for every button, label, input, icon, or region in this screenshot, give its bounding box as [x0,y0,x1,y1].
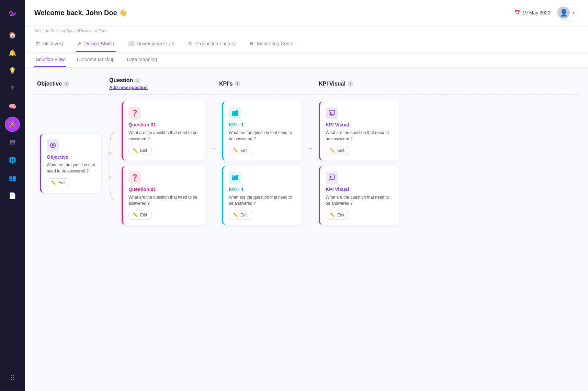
kpi-visual-icon-1 [326,107,338,119]
svg-rect-14 [234,176,236,180]
edit-icon-kpi2: ✏️ [233,213,238,217]
objective-column: Objective What are the question that nee… [34,134,106,198]
question-1-edit-button[interactable]: ✏️ Edit [128,146,152,155]
svg-point-4 [52,144,54,146]
edit-icon-kpiv2: ✏️ [330,213,335,217]
question-card-1: ❓ Question 01 What are the question that… [122,101,205,160]
subtab-data-mapping[interactable]: Data Mapping [126,53,158,67]
kpi-visual-column: KPI Visual What are the question that ne… [316,101,402,231]
sidebar-item-brain[interactable]: 🧠 [5,99,20,114]
objective-info-icon: i [64,81,69,87]
question-2-edit-button[interactable]: ✏️ Edit [128,211,152,220]
objective-card: Objective What are the question that nee… [40,134,101,193]
sidebar-item-globe[interactable]: 🌐 [5,153,20,168]
user-menu[interactable]: 👤 ▾ [556,5,578,21]
sidebar-item-table[interactable]: ▦ [5,135,20,150]
tab-discovery[interactable]: ⊞ Discovery [34,36,65,52]
subtab-solution-flow[interactable]: Solution Flow [34,53,66,67]
tab-monitoring-center[interactable]: 🖥 Monitoring Center [248,36,296,52]
kpi-2-edit-button[interactable]: ✏️ Edit [229,211,252,220]
kpi-visual-card-1: KPI Visual What are the question that ne… [319,101,399,160]
edit-icon-q1: ✏️ [133,148,138,153]
col-header-kpis: KPI's i [219,81,312,87]
sidebar-item-help[interactable]: ? [5,81,20,96]
svg-point-12 [232,111,234,112]
kpi-visual-icon-2 [326,171,338,184]
question-card-2: ❓ Question 01 What are the question that… [122,166,205,225]
svg-rect-17 [329,110,335,114]
design-studio-icon: ↗ [77,41,81,46]
kpi-card-2-title: KPI - 1 [229,187,297,192]
question-card-1-text: What are the question that need to be an… [128,130,200,142]
kpi-icon-2 [229,171,241,184]
kpi-visual-card-1-title: KPI Visual [326,122,394,127]
question-info-icon: i [135,78,140,83]
kpi-visual-1-edit-button[interactable]: ✏️ Edit [326,146,349,155]
section-divider [34,94,578,94]
flow-layout: Objective What are the question that nee… [34,101,578,231]
production-icon: ⚙ [188,41,192,46]
kpi-card-1: KPI - 1 What are the question that need … [222,101,302,160]
tab-production-factory[interactable]: ⚙ Production Factory [186,36,237,52]
svg-rect-9 [232,112,234,116]
page-title: Welcome back, John Doe 👋 [34,9,127,17]
add-question-link[interactable]: Add new question [109,85,212,90]
monitoring-icon: 🖥 [249,41,254,46]
question-card-1-title: Question 01 [128,122,200,127]
dev-lab-icon: ⬜ [128,41,134,46]
sidebar-item-rocket[interactable]: 🚀 [5,117,20,132]
svg-rect-26 [332,176,333,178]
svg-rect-2 [12,14,14,16]
question-icon-1: ❓ [128,107,141,119]
logo[interactable] [5,5,20,21]
kpi-icon-1 [229,107,241,119]
subtabs: Solution Flow Outcome Mockup Data Mappin… [25,53,588,68]
bracket-connector [106,128,119,204]
col-header-question-wrapper: Question i Add new question [109,77,212,90]
svg-rect-20 [330,112,331,114]
sidebar-item-home[interactable]: 🏠 [5,27,20,43]
svg-marker-8 [109,175,111,177]
date-text: 19 May 2022 [522,10,550,15]
tab-development-lab[interactable]: ⬜ Development Lab [127,36,176,52]
sidebar-item-grid[interactable]: ⠿ [5,370,20,386]
col-header-objective: Objective i [37,81,109,87]
question-icon-2: ❓ [128,171,141,184]
edit-icon-q2: ✏️ [133,213,138,217]
kpi-visual-card-2: KPI Visual What are the question that ne… [319,166,399,225]
kpi-visual-card-1-text: What are the question that need to be an… [326,130,394,142]
arrow-col-1: → → [208,138,219,194]
sidebar-item-documents[interactable]: 📄 [5,188,20,203]
sidebar-item-people[interactable]: 👥 [5,170,20,186]
kpi-1-edit-button[interactable]: ✏️ Edit [229,146,252,155]
questions-column: ❓ Question 01 What are the question that… [119,101,208,231]
edit-icon-kpiv1: ✏️ [330,148,335,153]
sidebar-item-ideas[interactable]: 💡 [5,63,20,78]
kpi-visual-card-2-title: KPI Visual [326,187,394,192]
svg-rect-21 [332,111,333,114]
chevron-down-icon: ▾ [573,10,575,15]
kpi-visual-2-edit-button[interactable]: ✏️ Edit [326,211,349,220]
header-date: 📅 19 May 2022 [514,10,550,15]
kpi-card-1-title: KPI - 1 [229,122,297,127]
tab-design-studio[interactable]: ↗ Design Studio [76,36,115,52]
objective-edit-button[interactable]: ✏️ Edit [47,178,70,187]
svg-marker-6 [109,151,111,153]
main-tabs: ⊞ Discovery ↗ Design Studio ⬜ Developmen… [25,36,588,53]
main-area: Welcome back, John Doe 👋 📅 19 May 2022 👤… [25,0,588,391]
kpi-visual-info-icon: i [348,81,353,87]
edit-icon-kpi1: ✏️ [233,148,238,153]
arrow-icon-2: → [211,187,217,194]
svg-rect-25 [330,176,331,178]
question-card-2-text: What are the question that need to be an… [128,194,200,206]
objective-card-text: What are the question that need to be an… [47,162,95,174]
breadcrumb: Solution Building Space/Discovery Zone [25,26,588,36]
calendar-icon: 📅 [514,10,520,15]
kpi-visual-card-2-text: What are the question that need to be an… [326,194,394,206]
svg-rect-1 [10,14,12,16]
header-right: 📅 19 May 2022 👤 ▾ [514,5,578,21]
question-card-2-title: Question 01 [128,187,200,192]
subtab-outcome-mockup[interactable]: Outcome Mockup [76,53,116,67]
sidebar-item-notifications[interactable]: 🔔 [5,45,20,60]
svg-rect-10 [234,111,236,116]
